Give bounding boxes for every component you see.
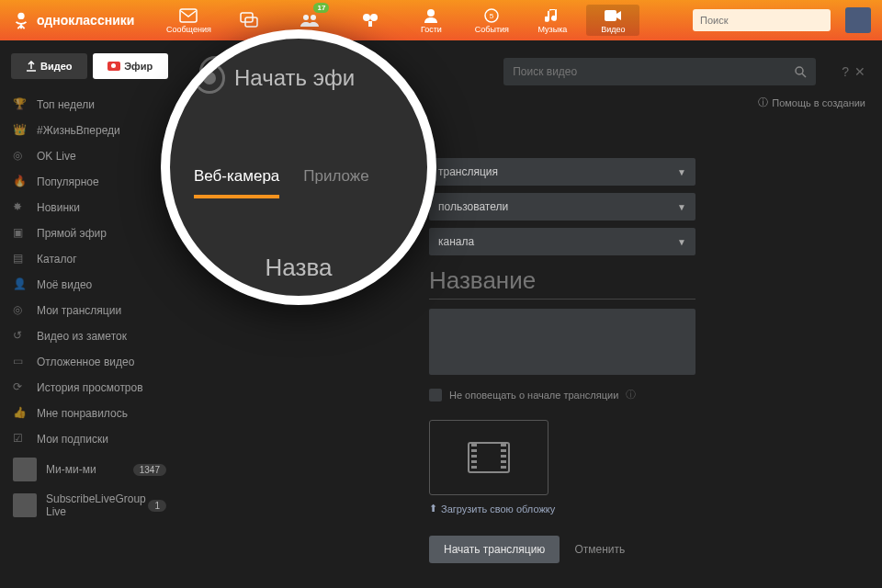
btn-label: Отменить — [574, 543, 625, 556]
top-search[interactable] — [693, 9, 831, 31]
stream-description-input[interactable] — [429, 309, 695, 375]
avatar[interactable] — [845, 7, 871, 33]
nav-label: Сообщения — [166, 25, 211, 34]
sidebar-item-label: #ЖизньВпереди — [37, 124, 120, 137]
target-icon: ◎ — [13, 149, 28, 164]
btn-label: Видео — [40, 61, 73, 72]
nav-events[interactable]: 5 События — [465, 5, 518, 36]
search-icon — [794, 65, 807, 78]
help-link[interactable]: ⓘ Помощь в создании — [758, 96, 865, 109]
topnav: Сообщения 17 Гости 5 События Музыка — [162, 5, 639, 36]
friends-icon — [300, 11, 320, 29]
sidebar-item-label: Прямой эфир — [37, 227, 107, 240]
trophy-icon: 🏆 — [13, 97, 28, 112]
sidebar-item-label: Новинки — [37, 201, 80, 214]
checkbox[interactable] — [429, 389, 442, 401]
sidebar-channel[interactable]: Ми-ми-ми1347 — [0, 452, 179, 487]
nav-video[interactable]: Видео — [586, 5, 639, 36]
sidebar-item-history[interactable]: ⟳История просмотров — [0, 375, 179, 401]
chevron-down-icon: ▼ — [677, 202, 686, 212]
sidebar-item-label: Отложенное видео — [37, 356, 134, 368]
close-icon[interactable]: ✕ — [854, 64, 865, 79]
sidebar-item-liked[interactable]: 👍Мне понравилось — [0, 401, 179, 426]
top-search-input[interactable] — [700, 15, 823, 26]
mag-title-text: Начать эфи — [234, 65, 355, 91]
sidebar-item-top-week[interactable]: 🏆Топ недели — [0, 92, 179, 118]
discussions-icon — [239, 11, 259, 29]
sidebar-item-label: Видео из заметок — [37, 330, 127, 343]
channel-select[interactable]: канала ▼ — [429, 228, 695, 255]
chevron-down-icon: ▼ — [677, 237, 686, 247]
sidebar-item-myvideo[interactable]: 👤Моё видео — [0, 272, 179, 298]
btn-label: Эфир — [124, 61, 153, 72]
dont-notify-row[interactable]: Не оповещать о начале трансляции ⓘ — [429, 388, 833, 401]
header-controls: ? ✕ — [842, 64, 865, 79]
sidebar-item-oklive[interactable]: ◎OK Live — [0, 143, 179, 169]
sidebar-item-hashtag[interactable]: 👑#ЖизньВпереди — [0, 118, 179, 143]
events-icon: 5 — [481, 6, 502, 25]
nav-label: Гости — [421, 25, 442, 34]
grid-icon: ▤ — [13, 252, 28, 266]
live-icon — [107, 62, 120, 71]
nav-discussions[interactable] — [222, 5, 276, 36]
broadcast-type-select[interactable]: трансляция ▼ — [429, 158, 695, 186]
sidebar-item-label: Топ недели — [37, 98, 95, 111]
sidebar-item-label: Мне понравилось — [37, 407, 128, 420]
nav-guests[interactable]: Гости — [404, 5, 458, 36]
svg-rect-12 — [605, 10, 616, 21]
upload-cover-label: Загрузить свою обложку — [441, 503, 555, 514]
list-icon: ☑ — [13, 432, 28, 447]
mag-name-placeholder: Назва — [194, 254, 403, 282]
channel-thumb — [13, 493, 37, 517]
nav-music[interactable]: Музыка — [526, 5, 579, 36]
svg-point-6 — [363, 14, 370, 21]
sidebar-item-subs[interactable]: ☑Мои подписки — [0, 426, 179, 452]
tab-webcam[interactable]: Веб-камера — [194, 167, 279, 198]
btn-label: Начать трансляцию — [444, 543, 545, 556]
sidebar-item-popular[interactable]: 🔥Популярное — [0, 169, 179, 195]
users-select[interactable]: пользователи ▼ — [429, 193, 695, 220]
person-icon: 👤 — [13, 277, 28, 292]
select-label: канала — [438, 235, 474, 248]
sidebar-item-new[interactable]: ✸Новинки — [0, 195, 179, 220]
svg-rect-8 — [368, 21, 372, 27]
sidebar-item-notes[interactable]: ↺Видео из заметок — [0, 323, 179, 349]
svg-point-5 — [311, 15, 316, 20]
sidebar-item-later[interactable]: ▭Отложенное видео — [0, 349, 179, 375]
go-live-button[interactable]: Эфир — [93, 53, 169, 79]
video-search-input[interactable] — [513, 65, 794, 78]
sidebar-item-live[interactable]: ▣Прямой эфир — [0, 220, 179, 246]
chevron-down-icon: ▼ — [677, 167, 686, 177]
sidebar-item-label: Каталог — [37, 253, 77, 266]
hashtag-icon: 👑 — [13, 123, 28, 138]
tab-app[interactable]: Приложе — [303, 167, 368, 198]
count-badge: 1347 — [133, 464, 166, 476]
upload-video-button[interactable]: Видео — [11, 53, 87, 79]
sidebar-channel[interactable]: SubscribeLiveGroup Live1 — [0, 487, 179, 524]
help-circle-icon: ⓘ — [758, 96, 768, 109]
upload-icon — [26, 61, 37, 72]
help-link-label: Помощь в создании — [772, 97, 865, 108]
brand-label: одноклассники — [37, 13, 134, 28]
help-icon[interactable]: ? — [842, 64, 849, 79]
brand[interactable]: одноклассники — [11, 10, 134, 30]
nav-label: События — [475, 25, 509, 34]
sidebar-item-mystreams[interactable]: ◎Мои трансляции — [0, 298, 179, 323]
nav-notifications[interactable] — [344, 5, 397, 36]
sidebar-item-label: Мои трансляции — [37, 304, 121, 317]
info-icon[interactable]: ⓘ — [626, 388, 636, 401]
start-stream-button[interactable]: Начать трансляцию — [429, 536, 560, 563]
cancel-button[interactable]: Отменить — [574, 543, 625, 556]
sidebar: Видео Эфир 🏆Топ недели 👑#ЖизньВпереди ◎O… — [0, 40, 179, 588]
video-search[interactable] — [503, 58, 816, 85]
nav-messages[interactable]: Сообщения — [162, 5, 215, 36]
sidebar-item-label: История просмотров — [37, 381, 143, 394]
sidebar-item-label: Ми-ми-ми — [46, 463, 96, 476]
nav-label: Видео — [601, 25, 625, 34]
sidebar-item-catalog[interactable]: ▤Каталог — [0, 246, 179, 272]
sidebar-item-label: SubscribeLiveGroup Live — [46, 492, 138, 518]
stream-title-input[interactable] — [429, 263, 695, 300]
sidebar-item-label: Мои подписки — [37, 433, 108, 446]
upload-cover-link[interactable]: ⬆ Загрузить свою обложку — [429, 503, 555, 514]
topbar: одноклассники Сообщения 17 Гости 5 Событ… — [0, 0, 882, 40]
